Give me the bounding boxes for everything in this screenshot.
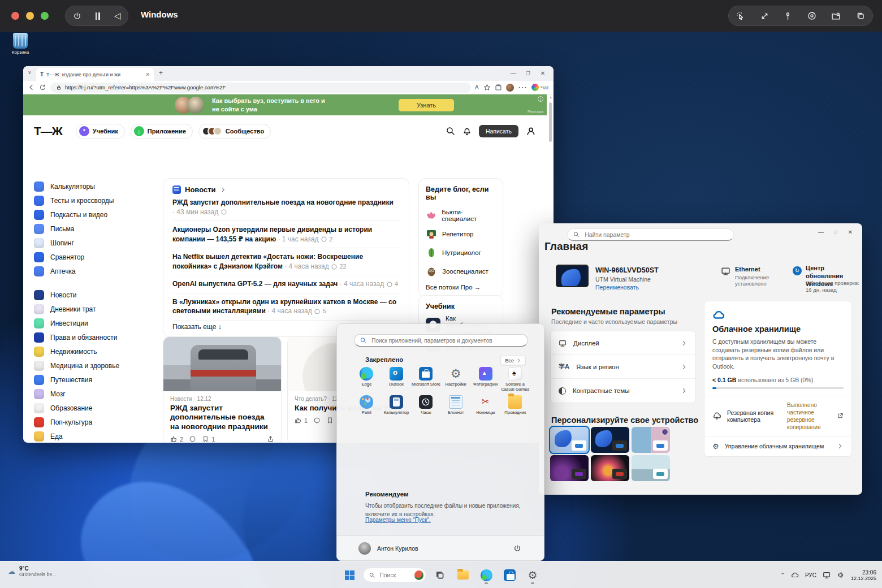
sidebar-item-law[interactable]: Права и обязанности bbox=[34, 330, 155, 344]
user-avatar[interactable] bbox=[358, 542, 371, 555]
maximize-icon[interactable]: ❐ bbox=[521, 68, 535, 78]
taskbar-edge[interactable] bbox=[477, 565, 496, 585]
sidebar-item-education[interactable]: Образование bbox=[34, 401, 155, 415]
profile-avatar[interactable] bbox=[506, 84, 514, 92]
like-icon[interactable] bbox=[295, 417, 302, 424]
app-calculator[interactable]: Калькулятор bbox=[382, 395, 412, 422]
start-button[interactable] bbox=[340, 565, 359, 585]
ad-info-icon[interactable]: i bbox=[538, 96, 543, 102]
news-item[interactable]: На Netflix вышел детектив «Достать ножи:… bbox=[172, 248, 400, 275]
vm-power-icon[interactable] bbox=[73, 12, 81, 20]
usb-icon[interactable] bbox=[784, 12, 792, 20]
maximize-icon[interactable]: □ bbox=[828, 227, 843, 237]
profile-icon[interactable] bbox=[526, 126, 536, 136]
settings-search-input[interactable] bbox=[583, 231, 728, 239]
minimize-icon[interactable]: — bbox=[814, 227, 828, 237]
like-icon[interactable] bbox=[170, 435, 178, 442]
blog-item-zoo[interactable]: Зооспециалист bbox=[426, 262, 496, 280]
theme-thumbnail[interactable] bbox=[591, 455, 629, 481]
theme-thumbnail[interactable] bbox=[632, 455, 670, 481]
bell-icon[interactable] bbox=[462, 127, 472, 136]
blog-item-nutrition[interactable]: Нутрициолог bbox=[426, 243, 496, 262]
blog-all-link[interactable]: Все потоки Про → bbox=[426, 284, 496, 291]
vm-pause-icon[interactable] bbox=[96, 12, 100, 20]
favorites-icon[interactable] bbox=[483, 84, 491, 91]
ad-banner[interactable]: Как выбрать вуз, поступить в него и не с… bbox=[23, 94, 547, 115]
sidebar-item-popculture[interactable]: Поп-культура bbox=[34, 415, 155, 429]
app-edge[interactable]: Edge bbox=[352, 367, 382, 394]
app-paint[interactable]: Paint bbox=[352, 395, 382, 422]
pinned-all-button[interactable]: Все bbox=[500, 356, 526, 365]
resize-icon[interactable] bbox=[760, 12, 769, 20]
browser-tab[interactable]: Т Т—Ж: издание про деньги и жи ✕ bbox=[36, 68, 154, 81]
sidebar-item-news[interactable]: Новости bbox=[34, 288, 155, 302]
share-icon[interactable] bbox=[267, 435, 274, 442]
app-outlook[interactable]: Outlook bbox=[382, 367, 412, 394]
taskbar-task-view[interactable] bbox=[430, 565, 449, 585]
comments-icon[interactable] bbox=[386, 281, 393, 288]
sidebar-item-travel[interactable]: Путешествия bbox=[34, 373, 155, 387]
theme-thumbnail-selected[interactable] bbox=[550, 427, 589, 453]
app-explorer[interactable]: Проводник bbox=[500, 395, 530, 422]
start-search-input[interactable] bbox=[370, 337, 522, 344]
search-icon[interactable] bbox=[446, 127, 455, 136]
minimize-icon[interactable]: — bbox=[506, 68, 521, 78]
manage-storage-row[interactable]: ⚙ Управление облачным хранилищем bbox=[704, 436, 851, 456]
app-notepad[interactable]: Блокнот bbox=[441, 395, 471, 422]
news-item[interactable]: Акционеры Ozon утвердили первые дивиденд… bbox=[172, 221, 400, 248]
news-item[interactable]: РЖД запустит дополнительные поезда на но… bbox=[172, 194, 400, 221]
sidebar-item-brain[interactable]: Мозг bbox=[34, 387, 155, 401]
news-header[interactable]: Новости bbox=[172, 185, 400, 194]
capture-cursor-icon[interactable] bbox=[736, 11, 745, 20]
sidebar-item-shopping[interactable]: Шопинг bbox=[34, 236, 155, 250]
mac-zoom-button[interactable] bbox=[41, 12, 49, 20]
comment-icon[interactable] bbox=[313, 417, 321, 424]
start-search[interactable] bbox=[354, 334, 528, 347]
new-tab-button[interactable]: + bbox=[159, 69, 163, 77]
language-indicator[interactable]: РУС bbox=[805, 572, 816, 578]
copilot-button[interactable]: Чат bbox=[531, 84, 549, 91]
bookmark-icon[interactable] bbox=[202, 435, 209, 442]
app-photos[interactable]: Фотографии bbox=[470, 367, 500, 394]
bookmark-icon[interactable] bbox=[326, 417, 334, 424]
sidebar-item-podcasts[interactable]: Подкасты и видео bbox=[34, 207, 155, 222]
app-store[interactable]: Microsoft Store bbox=[411, 367, 441, 394]
article-card[interactable]: Новости · 12.12 РЖД запустит дополнитель… bbox=[163, 336, 282, 442]
site-logo[interactable]: Т—Ж bbox=[34, 124, 62, 138]
write-button[interactable]: Написать bbox=[479, 125, 518, 137]
sidebar-item-food[interactable]: Еда bbox=[34, 429, 155, 442]
disc-icon[interactable] bbox=[807, 11, 816, 20]
settings-row-language[interactable]: 字A Язык и регион bbox=[551, 355, 695, 379]
start-settings-link[interactable]: Параметры меню "Пуск". bbox=[365, 517, 431, 523]
sidebar-item-sravnyator[interactable]: Сравнятор bbox=[34, 250, 155, 264]
sidebar-item-aptechka[interactable]: Аптечка bbox=[34, 264, 155, 278]
comments-icon[interactable] bbox=[321, 236, 327, 243]
nav-community[interactable]: Сообщество bbox=[198, 124, 271, 139]
power-icon[interactable] bbox=[513, 544, 521, 552]
sidebar-item-calculators[interactable]: Калькуляторы bbox=[34, 179, 155, 193]
settings-search[interactable] bbox=[567, 228, 734, 241]
taskbar-search[interactable] bbox=[363, 568, 426, 582]
collections-icon[interactable] bbox=[495, 84, 502, 91]
comments-icon[interactable] bbox=[220, 209, 227, 215]
back-icon[interactable] bbox=[28, 84, 35, 91]
tray-chevron-icon[interactable]: ⌃ bbox=[780, 572, 785, 578]
comments-icon[interactable] bbox=[331, 263, 338, 270]
blog-item-beauty[interactable]: Бьюти-специалист bbox=[426, 206, 496, 224]
settings-row-display[interactable]: Дисплей bbox=[551, 331, 695, 355]
shared-folder-icon[interactable] bbox=[831, 11, 841, 21]
rename-link[interactable]: Переименовать bbox=[595, 284, 639, 291]
sidebar-item-letters[interactable]: Письма bbox=[34, 222, 155, 236]
volume-icon[interactable] bbox=[837, 571, 845, 579]
more-menu-icon[interactable]: ⋯ bbox=[518, 82, 528, 93]
news-item[interactable]: В «Лужниках» открыли один из крупнейших … bbox=[172, 293, 400, 321]
mac-close-button[interactable] bbox=[11, 12, 19, 20]
ad-cta-button[interactable]: Узнать bbox=[399, 99, 454, 111]
app-snipping[interactable]: ✂Ножницы bbox=[470, 395, 500, 422]
app-settings[interactable]: ⚙Настройки bbox=[441, 367, 471, 394]
sidebar-item-diaries[interactable]: Дневники трат bbox=[34, 302, 155, 316]
tab-close-icon[interactable]: ✕ bbox=[145, 72, 150, 77]
user-name[interactable]: Антон Курилов bbox=[377, 545, 418, 552]
news-item[interactable]: OpenAI выпустила GPT-5.2 — для научных з… bbox=[172, 275, 400, 293]
clock[interactable]: 23:06 12.12.2025 bbox=[851, 569, 876, 581]
